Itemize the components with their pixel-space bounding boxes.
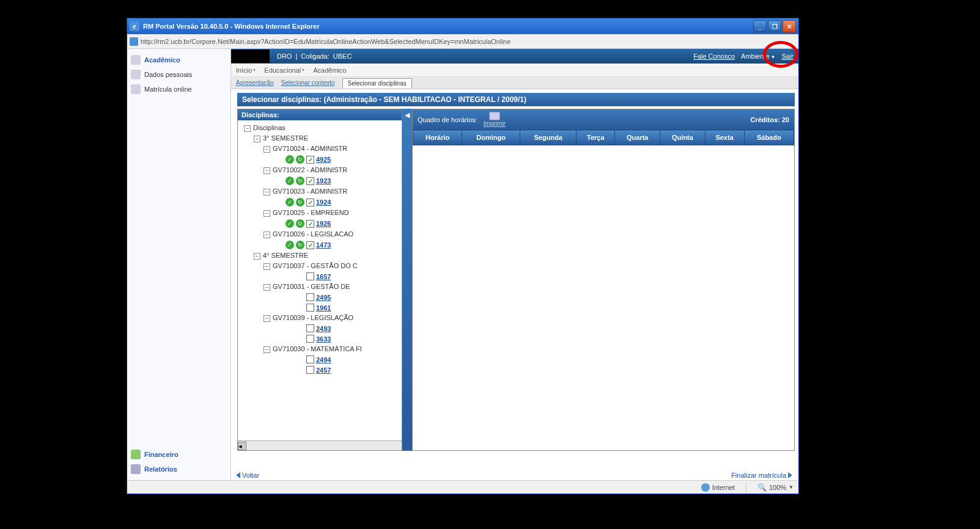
turma-link[interactable]: 1923 — [316, 177, 331, 184]
sair-link[interactable]: Sair — [781, 53, 794, 60]
tab-selecionar-contexto[interactable]: Selecionar contexto — [281, 79, 335, 86]
tree-toggle-icon[interactable]: − — [263, 210, 270, 217]
day-header: Sexta — [705, 130, 744, 145]
section-header: Selecionar disciplinas: (Administração -… — [237, 93, 795, 106]
turma-link[interactable]: 1926 — [316, 220, 331, 227]
turma-link[interactable]: 1657 — [316, 273, 331, 280]
tree-toggle-icon[interactable]: − — [263, 284, 270, 291]
day-header: Quarta — [615, 130, 660, 145]
relatorios-icon — [131, 464, 141, 474]
address-bar: http://rm2.ucb.br/Corpore.Net/Main.aspx?… — [127, 34, 798, 49]
scroll-left-button[interactable]: ◂ — [238, 442, 246, 450]
tree-toggle-icon[interactable]: − — [263, 189, 270, 195]
turma-leaf[interactable]: ✓↻1473 — [270, 239, 399, 250]
turma-link[interactable]: 2457 — [316, 367, 331, 374]
turma-leaf[interactable]: 2493 — [270, 323, 399, 334]
ambiente-dropdown[interactable]: Ambiente▼ — [741, 53, 775, 60]
checkbox-icon[interactable] — [306, 304, 314, 312]
tree-toggle-icon[interactable]: − — [244, 125, 251, 132]
tree-toggle-icon[interactable]: − — [263, 232, 270, 238]
sidebar-label-matricula: Matrícula online — [144, 86, 192, 93]
window-title: RM Portal Versão 10.40.5.0 - Windows Int… — [143, 23, 753, 30]
turma-link[interactable]: 1924 — [316, 199, 331, 206]
statusbar-separator — [746, 483, 746, 492]
turma-link[interactable]: 1961 — [316, 304, 331, 312]
turma-leaf[interactable]: ✓↻1924 — [270, 197, 399, 208]
fale-conosco-link[interactable]: Fale Conosco — [693, 53, 735, 60]
disciplinas-header: Disciplinas: — [238, 109, 402, 120]
checkbox-icon[interactable] — [306, 366, 314, 374]
disciplinas-tree[interactable]: −Disciplinas−3° SEMESTRE−GV710024 - ADMI… — [238, 120, 402, 440]
coligada-label: Coligada: — [301, 53, 329, 60]
check-icon: ✓ — [286, 241, 294, 249]
tree-toggle-icon[interactable]: − — [254, 253, 260, 260]
checkbox-icon[interactable] — [306, 335, 314, 343]
tree-node[interactable]: −GV710023 - ADMINISTR — [260, 186, 399, 197]
tab-selecionar-disciplinas[interactable]: Selecionar disciplinas — [342, 78, 412, 88]
turma-leaf[interactable]: ✓↻1926 — [270, 218, 399, 229]
turma-leaf[interactable]: 2494 — [270, 354, 399, 365]
minimize-button[interactable]: _ — [753, 20, 767, 32]
turma-leaf[interactable]: 1961 — [270, 302, 399, 313]
checkbox-icon[interactable] — [306, 156, 314, 164]
sidebar-item-matricula-online[interactable]: Matrícula online — [130, 82, 228, 97]
sidebar-item-academico[interactable]: Acadêmico — [130, 53, 228, 67]
topbar-separator: | — [295, 53, 297, 60]
tree-node[interactable]: −4° SEMESTRE — [250, 250, 399, 261]
tree-toggle-icon[interactable]: − — [263, 263, 270, 270]
checkbox-icon[interactable] — [306, 324, 314, 332]
turma-leaf[interactable]: ✓↻4925 — [270, 154, 399, 165]
checkbox-icon[interactable] — [306, 177, 314, 185]
sidebar-item-dados-pessoais[interactable]: Dados pessoais — [130, 67, 228, 82]
url-text[interactable]: http://rm2.ucb.br/Corpore.Net/Main.aspx?… — [141, 38, 510, 45]
tree-node[interactable]: −GV710030 - MATEMÁTICA FI — [260, 344, 399, 354]
tree-node[interactable]: −GV710025 - EMPREEND — [260, 208, 399, 218]
turma-link[interactable]: 1473 — [316, 241, 331, 249]
finalizar-link[interactable]: Finalizar matrícula — [731, 472, 792, 479]
tree-node[interactable]: −GV710039 - LEGISLAÇÃO — [260, 313, 399, 323]
checkbox-icon[interactable] — [306, 272, 314, 280]
turma-link[interactable]: 2495 — [316, 294, 331, 301]
menu-academico[interactable]: Acadêmico — [313, 67, 346, 74]
tree-node[interactable]: −GV710037 - GESTÃO DO C — [260, 261, 399, 271]
menu-inicio[interactable]: Início▾ — [236, 67, 256, 74]
tree-toggle-icon[interactable]: − — [254, 136, 260, 142]
tree-toggle-icon[interactable]: − — [263, 346, 270, 353]
turma-leaf[interactable]: 2457 — [270, 365, 399, 375]
sidebar-label-dados: Dados pessoais — [144, 71, 192, 78]
horizontal-scrollbar[interactable]: ◂ — [238, 440, 402, 450]
tree-toggle-icon[interactable]: − — [263, 167, 270, 174]
sidebar-item-relatorios[interactable]: Relatórios — [130, 462, 228, 476]
turma-leaf[interactable]: ✓↻1923 — [270, 175, 399, 186]
checkbox-icon[interactable] — [306, 220, 314, 228]
menu-educacional[interactable]: Educacional▾ — [264, 67, 304, 74]
turma-leaf[interactable]: 2495 — [270, 292, 399, 302]
checkbox-icon[interactable] — [306, 241, 314, 249]
collapse-toggle[interactable]: ◀ — [402, 109, 412, 451]
print-button[interactable]: Imprimir — [484, 112, 506, 127]
checkbox-icon[interactable] — [306, 293, 314, 301]
turma-link[interactable]: 4925 — [316, 156, 331, 163]
tree-toggle-icon[interactable]: − — [263, 146, 270, 153]
tree-node[interactable]: −Disciplinas — [240, 123, 399, 133]
maximize-button[interactable]: ❐ — [768, 20, 781, 32]
checkbox-icon[interactable] — [306, 356, 314, 363]
turma-link[interactable]: 2493 — [316, 325, 331, 332]
zoom-control[interactable]: 🔍 100% ▼ — [757, 483, 794, 492]
sidebar-item-financeiro[interactable]: Financeiro — [130, 447, 228, 462]
turma-leaf[interactable]: 1657 — [270, 271, 399, 282]
turma-leaf[interactable]: 3633 — [270, 334, 399, 344]
tree-node[interactable]: −GV710024 - ADMINISTR — [260, 144, 399, 154]
page-icon — [130, 37, 138, 46]
turma-link[interactable]: 3633 — [316, 335, 331, 343]
tree-node[interactable]: −3° SEMESTRE — [250, 133, 399, 144]
checkbox-icon[interactable] — [306, 199, 314, 206]
tree-node[interactable]: −GV710022 - ADMINISTR — [260, 165, 399, 175]
tab-apresentacao[interactable]: Apresentação — [236, 79, 274, 86]
voltar-link[interactable]: Voltar — [236, 472, 259, 479]
tree-toggle-icon[interactable]: − — [263, 315, 270, 322]
close-button[interactable]: ✕ — [783, 20, 796, 32]
tree-node[interactable]: −GV710031 - GESTÃO DE — [260, 282, 399, 292]
tree-node[interactable]: −GV710026 - LEGISLACAO — [260, 229, 399, 239]
turma-link[interactable]: 2494 — [316, 356, 331, 363]
